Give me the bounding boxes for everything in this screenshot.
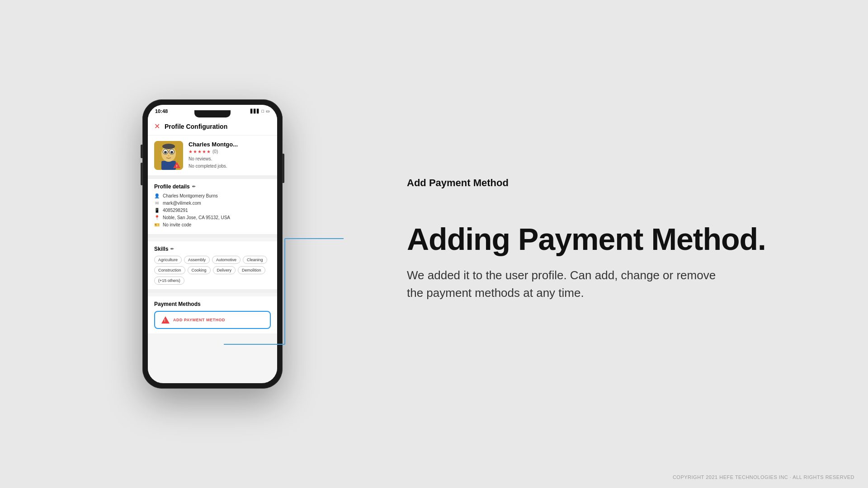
detail-row-name: 👤 Charles Montgomery Burns [154,193,271,198]
skill-construction: Construction [154,266,185,274]
status-time: 10:48 [155,108,168,114]
avatar: ! [154,141,183,170]
detail-name: Charles Montgomery Burns [163,193,218,198]
payment-section: Payment Methods ADD PAYMENT METHOD [148,296,277,333]
svg-point-10 [162,144,175,149]
phone-icon: 📱 [154,208,160,213]
signal-icon: ▋▋▋ [250,109,260,113]
skills-tags: Agriculture Assembly Automotive Cleaning… [154,256,271,285]
detail-invite: No invite code [163,222,191,227]
svg-point-5 [164,151,167,154]
wifi-icon: □ [262,109,264,113]
profile-review: No reviews. No completed jobs. [189,155,271,170]
svg-rect-1 [161,161,176,170]
main-heading: Adding Payment Method. [407,222,832,256]
callout-label: Add Payment Method [407,177,509,189]
skill-demolition: Demolition [238,266,265,274]
detail-phone: 4085298291 [163,208,188,213]
scroll-content[interactable]: ! Charles Montgo... ★ ★ ★ ★ ★ (0) [148,136,277,382]
star-5: ★ [207,149,211,154]
warning-triangle-icon [161,316,170,324]
star-1: ★ [189,149,193,154]
skills-section: Skills ✏ Agriculture Assembly Automotive… [148,241,277,289]
person-icon: 👤 [154,193,160,198]
profile-section: ! Charles Montgo... ★ ★ ★ ★ ★ (0) [148,136,277,175]
skill-delivery: Delivery [213,266,236,274]
detail-row-phone: 📱 4085298291 [154,208,271,213]
main-content-wrapper: Adding Payment Method. We added it to th… [407,222,832,302]
star-3: ★ [198,149,202,154]
skills-edit-icon[interactable]: ✏ [170,247,174,251]
star-2: ★ [193,149,197,154]
profile-stars: ★ ★ ★ ★ ★ (0) [189,149,271,154]
star-count: (0) [212,149,218,154]
page-container: 10:48 ▋▋▋ □ ▭ ✕ Profile Configuration [0,0,868,488]
phone-side-button-2 [141,163,142,185]
skill-agriculture: Agriculture [154,256,182,264]
detail-row-address: 📍 Noble, San Jose, CA 95132, USA [154,215,271,220]
add-payment-label: ADD PAYMENT METHOD [173,318,225,322]
sub-text: We added it to the user profile. Can add… [407,267,769,302]
app-header: ✕ Profile Configuration [148,117,277,136]
details-title: Profile details ✏ [154,183,271,190]
battery-icon: ▭ [266,109,270,113]
ticket-icon: 🎫 [154,222,160,227]
section-divider-2 [148,234,277,238]
add-payment-button[interactable]: ADD PAYMENT METHOD [154,311,271,329]
section-divider-3 [148,289,277,293]
phone-power-button [283,154,284,183]
section-divider-1 [148,175,277,179]
detail-row-email: ✉ mark@vilimek.com [154,201,271,206]
phone-notch [194,110,231,117]
email-icon: ✉ [154,201,160,206]
phone-screen: 10:48 ▋▋▋ □ ▭ ✕ Profile Configuration [148,105,277,383]
detail-row-invite: 🎫 No invite code [154,222,271,227]
skill-cleaning: Cleaning [243,256,267,264]
status-icons: ▋▋▋ □ ▭ [250,109,270,113]
profile-name: Charles Montgo... [189,141,271,148]
phone-mockup: 10:48 ▋▋▋ □ ▭ ✕ Profile Configuration [142,99,283,389]
header-title: Profile Configuration [165,123,227,130]
edit-icon[interactable]: ✏ [192,184,196,189]
skill-automotive: Automotive [212,256,241,264]
text-section: Add Payment Method Adding Payment Method… [353,186,868,302]
details-section: Profile details ✏ 👤 Charles Montgomery B… [148,179,277,234]
svg-point-6 [170,151,173,154]
phone-section: 10:48 ▋▋▋ □ ▭ ✕ Profile Configuration [72,0,353,488]
phone-side-button [141,145,142,158]
location-icon: 📍 [154,215,160,220]
payment-title: Payment Methods [154,301,271,307]
star-4: ★ [202,149,206,154]
close-icon[interactable]: ✕ [154,122,160,131]
copyright: COPYRIGHT 2021 HEFE TECHNOLOGIES INC · A… [673,474,854,480]
skill-cooking: Cooking [188,266,211,274]
detail-address: Noble, San Jose, CA 95132, USA [163,215,230,220]
profile-info: Charles Montgo... ★ ★ ★ ★ ★ (0) No revie… [189,141,271,170]
skill-more: (+15 others) [154,277,184,285]
detail-email: mark@vilimek.com [163,201,201,206]
skills-title: Skills ✏ [154,246,271,252]
skill-assembly: Assembly [184,256,210,264]
svg-text:!: ! [176,164,178,168]
